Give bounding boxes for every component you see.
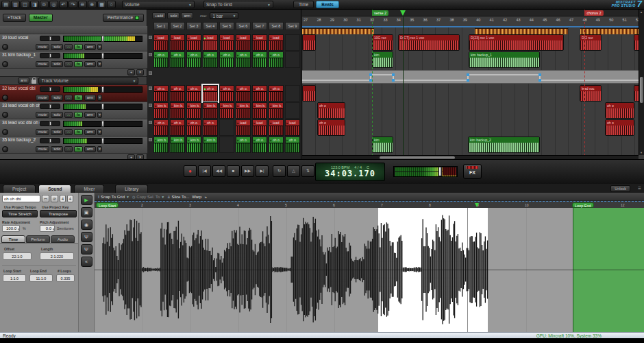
clip[interactable]: oh o [317, 102, 345, 119]
clip-play-icon[interactable]: ▶ [253, 36, 256, 40]
grid-cell[interactable] [219, 119, 234, 136]
clip[interactable] [302, 85, 316, 102]
clip[interactable]: D(2 rec [580, 34, 602, 51]
grid-solo-button[interactable]: solo [167, 12, 179, 19]
clip[interactable]: kim backup_2 [468, 137, 540, 153]
clip[interactable]: kim [372, 51, 393, 68]
warp-button[interactable]: Warp [192, 195, 201, 199]
clip-play-icon[interactable]: ▶ [155, 36, 157, 40]
clip-play-icon[interactable]: ▶ [155, 104, 157, 108]
cd-burn-icon[interactable]: ◎ [49, 1, 58, 8]
pan-slider[interactable] [40, 121, 60, 126]
forward-button[interactable]: ▶▶ [241, 165, 254, 177]
grid-cell[interactable]: ▶oh o. [170, 51, 185, 68]
volume-slider-handle[interactable] [101, 138, 104, 144]
master-fx-button[interactable]: FX [463, 164, 482, 179]
fx-button[interactable]: fx [74, 112, 83, 118]
grid-cell[interactable]: ▶lead [252, 119, 267, 136]
arm-button[interactable]: arm [84, 146, 96, 152]
clip-play-icon[interactable]: ▶ [204, 139, 206, 142]
clip-play-icon[interactable]: ▶ [188, 54, 190, 57]
clip-play-icon[interactable]: ▶ [237, 104, 239, 108]
arm-button[interactable]: arm [84, 129, 96, 135]
more-button[interactable]: » [204, 195, 206, 199]
clip[interactable]: oh o [605, 119, 634, 136]
grid-cell[interactable]: ▶oh o. [269, 137, 284, 153]
pan-slider[interactable] [40, 36, 60, 41]
grid-cell[interactable]: ▶lead [285, 119, 300, 136]
grid-cell[interactable]: ▶lead [219, 34, 234, 51]
grid-cell[interactable]: ▶lead [153, 34, 169, 51]
settings-icon[interactable]: ⊙ [40, 1, 49, 8]
grid-cell[interactable]: ▶oh o. [186, 119, 201, 136]
new-file-icon[interactable]: ▤ [1, 1, 10, 8]
grid-cell[interactable]: ▶oh o. [203, 51, 218, 68]
mute-button[interactable]: mute [36, 129, 49, 135]
clip-play-icon[interactable]: ▶ [237, 139, 239, 142]
fx-button[interactable]: fx [74, 146, 83, 152]
grid-cell[interactable]: ▶oh o. [236, 85, 251, 102]
length-field[interactable]: 2:1:220 [40, 252, 74, 260]
clip-play-icon[interactable]: ▶ [237, 87, 239, 91]
grid-cell[interactable]: ▶kim b. [170, 137, 185, 153]
set-header[interactable]: Set 9 [285, 22, 300, 30]
performance-panel-button[interactable]: Performance [103, 14, 144, 22]
volume-slider-handle[interactable] [101, 121, 104, 127]
loop-start-field[interactable]: 1:1:0 [3, 274, 26, 282]
clip-play-icon[interactable]: ▶ [237, 121, 239, 125]
flex-b-button[interactable]: Ψ [81, 244, 92, 255]
clip-play-icon[interactable]: ▶ [171, 87, 173, 91]
grid-cell[interactable]: ▶oh o. [153, 51, 169, 68]
clip-play-icon[interactable]: ▶ [270, 54, 272, 57]
sync-icon[interactable]: ○ [107, 1, 116, 8]
clip-play-icon[interactable]: ▶ [171, 36, 173, 40]
undo-icon[interactable]: ↶ [59, 1, 68, 8]
solo-button[interactable]: solo [51, 61, 63, 67]
clip[interactable]: 10G rec [372, 34, 393, 51]
clip[interactable]: oh o [317, 119, 345, 136]
track-header[interactable]: 30 loud vocalmutesolo∴fxarm▾ [0, 34, 147, 51]
editor-ruler[interactable]: Loop Start Loop End 23456789101112 [95, 201, 644, 208]
track-header[interactable]: 31 kim backup_1mutesolo∴fxarm▾ [0, 51, 147, 69]
mix-down-icon[interactable]: ▦ [97, 1, 106, 8]
go-end-button[interactable]: ▶| [256, 165, 269, 177]
grid-add-button[interactable]: +add [152, 12, 166, 19]
position-display[interactable]: 123.0 BPM 4 / 4 C 34:03.170 [315, 163, 385, 181]
mute-button[interactable]: mute [36, 61, 49, 67]
clip-play-icon[interactable]: ▶ [188, 87, 190, 91]
save-icon[interactable]: ◫ [21, 1, 29, 8]
clip-play-icon[interactable]: ▶ [253, 87, 256, 91]
speaker-knob-icon[interactable] [2, 129, 8, 135]
fx-button[interactable]: fx [74, 95, 83, 101]
snap-to-grid-dropdown[interactable]: Snap To Grid ▼ [203, 1, 273, 8]
record-button[interactable]: ● [184, 165, 197, 177]
monitor-button[interactable]: ◉ [81, 220, 92, 230]
grid-cell[interactable]: ▶oh o. [170, 85, 185, 102]
grid-cell[interactable]: ▶oh o. [203, 119, 218, 136]
track-options-button[interactable]: ▾ [97, 146, 102, 152]
automation-icon[interactable]: ∴ [64, 44, 73, 50]
set-header[interactable]: Set 1 [153, 22, 169, 30]
arm-button[interactable]: arm [84, 61, 96, 67]
grid-cell[interactable]: ▶oh o. [186, 51, 201, 68]
timeline-marker[interactable]: verse 2 [372, 10, 388, 16]
arm-button[interactable]: arm [84, 44, 96, 50]
folder-icon[interactable]: ▭ [42, 195, 49, 202]
clip-play-icon[interactable]: ▶ [155, 121, 157, 125]
master-meter[interactable] [393, 166, 458, 177]
scrollbar-handle[interactable] [640, 77, 643, 103]
volume-dropdown[interactable]: Volume ▼ [122, 1, 195, 8]
clip[interactable]: D(CT) rec 1 voc [398, 34, 460, 51]
clip[interactable] [302, 34, 316, 51]
grid-cell[interactable]: ▶oh o. [153, 119, 169, 136]
clip[interactable]: oh o [605, 102, 634, 119]
grid-cell[interactable]: ▶oh o. [285, 137, 300, 153]
grid-cell[interactable]: ▶kim b. [170, 102, 185, 119]
loop-end-marker[interactable]: Loop End [572, 202, 594, 208]
pan-slider[interactable] [40, 53, 60, 58]
editor-playhead-marker[interactable] [475, 203, 479, 207]
sound-tab-audio[interactable]: Audio [51, 235, 75, 243]
volume-slider-handle[interactable] [101, 53, 104, 59]
clip-play-icon[interactable]: ▶ [253, 54, 256, 57]
grid-cell[interactable]: ▶oh o. [236, 137, 251, 153]
